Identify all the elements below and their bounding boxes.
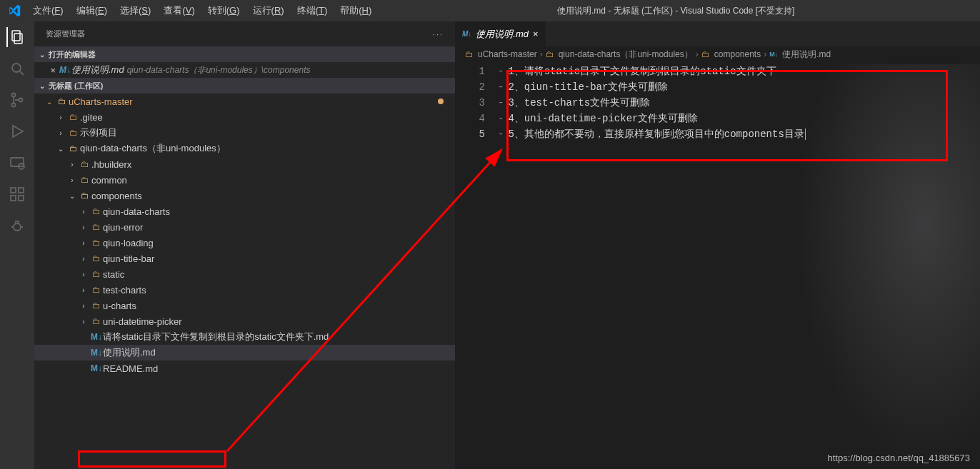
menu-item[interactable]: 选择(S) [114,1,156,20]
code-line[interactable]: -2、qiun-title-bar文件夹可删除 [498,79,980,95]
explorer-sidebar: 资源管理器 ··· ⌄ 打开的编辑器 × M↓ 使用说明.md qiun-dat… [34,21,455,469]
open-editor-item[interactable]: × M↓ 使用说明.md qiun-data-charts（非uni-modul… [34,62,455,78]
line-number: 4 [455,111,485,126]
markdown-icon: M↓ [462,30,471,38]
tree-folder[interactable]: ›🗀qiun-data-charts [34,203,455,219]
svg-rect-0 [12,31,20,41]
chevron-down-icon: ⌄ [67,192,77,200]
svg-point-6 [19,99,23,102]
breadcrumb-item[interactable]: components [714,49,761,59]
code-line[interactable]: -3、test-charts文件夹可删除 [498,95,980,111]
menu-item[interactable]: 文件(F) [27,1,69,20]
watermark: https://blog.csdn.net/qq_41885673 [828,453,971,463]
tree-folder[interactable]: ›🗀u-charts [34,298,455,313]
extensions-icon[interactable] [7,184,27,204]
folder-icon: 🗀 [90,269,103,279]
breadcrumbs[interactable]: 🗀uCharts-master›🗀qiun-data-charts（非uni-m… [455,46,980,62]
folder-icon: 🗀 [90,238,103,248]
markdown-icon: M↓ [90,363,103,373]
folder-icon: 🗀 [90,316,103,326]
breadcrumb-item[interactable]: uCharts-master [478,49,537,59]
svg-rect-13 [19,188,24,193]
folder-icon: 🗀 [67,112,80,122]
tree-file[interactable]: M↓使用说明.md [34,345,455,360]
tree-folder[interactable]: ›🗀.gitee [34,109,455,125]
tree-folder[interactable]: ›🗀common [34,172,455,188]
menu-item[interactable]: 转到(G) [202,1,246,20]
testing-icon[interactable] [7,216,27,236]
code-lines[interactable]: -1、请将static目录下文件复制到根目录的static文件夹下-2、qiun… [498,62,980,469]
code-line[interactable]: -5、其他的都不要动，直接原样复制到您项目中的components目录 [498,126,980,142]
chevron-right-icon: › [79,255,89,263]
svg-rect-1 [14,34,22,44]
vscode-logo-icon [6,2,23,19]
chevron-right-icon: › [79,208,89,216]
menu-bar: 文件(F)编辑(E)选择(S)查看(V)转到(G)运行(R)终端(T)帮助(H) [27,1,377,20]
chevron-right-icon: › [696,49,699,59]
folder-icon: 🗀 [701,49,710,59]
chevron-right-icon: › [56,129,66,137]
svg-point-4 [12,94,16,97]
menu-item[interactable]: 编辑(E) [71,1,113,20]
line-number: 2 [455,79,485,95]
tree-folder[interactable]: ›🗀qiun-title-bar [34,251,455,266]
explorer-icon[interactable] [6,27,26,47]
tree-folder[interactable]: ⌄🗀qiun-data-charts（非uni-modules） [34,141,455,156]
menu-item[interactable]: 帮助(H) [334,1,377,20]
chevron-right-icon: › [67,176,77,184]
tree-file[interactable]: M↓请将static目录下文件复制到根目录的static文件夹下.md [34,329,455,345]
titlebar: 文件(F)编辑(E)选择(S)查看(V)转到(G)运行(R)终端(T)帮助(H)… [0,0,980,21]
source-control-icon[interactable] [7,90,27,110]
folder-icon: 🗀 [90,222,103,232]
menu-item[interactable]: 运行(R) [247,1,290,20]
svg-rect-12 [19,196,24,201]
tree-folder[interactable]: ›🗀示例项目 [34,125,455,141]
search-icon[interactable] [7,59,27,79]
folder-icon: 🗀 [79,175,91,185]
folder-icon: 🗀 [67,128,80,138]
tree-file[interactable]: M↓README.md [34,360,455,376]
open-editors-section[interactable]: ⌄ 打开的编辑器 [34,46,455,62]
run-debug-icon[interactable] [7,121,27,141]
chevron-right-icon: › [79,239,89,247]
tree-folder[interactable]: ›🗀.hbuilderx [34,156,455,172]
markdown-icon: M↓ [769,51,778,58]
code-editor[interactable]: 12345 -1、请将static目录下文件复制到根目录的static文件夹下-… [455,62,980,469]
folder-open-icon: 🗀 [79,191,91,201]
line-number: 3 [455,95,485,111]
editor-area: M↓ 使用说明.md × 🗀uCharts-master›🗀qiun-data-… [455,21,980,469]
editor-tabs: M↓ 使用说明.md × [455,21,980,46]
chevron-down-icon: ⌄ [37,51,47,59]
menu-item[interactable]: 终端(T) [291,1,334,20]
markdown-icon: M↓ [59,65,71,75]
line-number: 1 [455,64,485,79]
close-icon[interactable]: × [47,65,59,76]
workspace-section[interactable]: ⌄ 无标题 (工作区) [34,78,455,94]
remote-icon[interactable] [7,153,27,173]
tree-folder[interactable]: ›🗀test-charts [34,282,455,298]
close-icon[interactable]: × [533,29,539,39]
tree-folder[interactable]: ›🗀qiun-error [34,219,455,235]
breadcrumb-item[interactable]: qiun-data-charts（非uni-modules） [559,49,693,61]
svg-rect-11 [11,196,16,201]
breadcrumb-item[interactable]: 使用说明.md [782,49,831,61]
tab-active[interactable]: M↓ 使用说明.md × [455,21,546,46]
tree-folder[interactable]: ›🗀qiun-loading [34,235,455,251]
folder-open-icon: 🗀 [56,96,69,106]
code-line[interactable]: -4、uni-datetime-picker文件夹可删除 [498,111,980,126]
tree-folder[interactable]: ⌄🗀components [34,188,455,203]
tree-folder[interactable]: ›🗀static [34,266,455,282]
file-tree: ⌄ 🗀 uCharts-master ›🗀.gitee›🗀示例项目⌄🗀qiun-… [34,94,455,376]
tree-folder-root[interactable]: ⌄ 🗀 uCharts-master [34,94,455,109]
more-actions-icon[interactable]: ··· [433,30,444,39]
tree-folder[interactable]: ›🗀uni-datetime-picker [34,313,455,329]
menu-item[interactable]: 查看(V) [158,1,200,20]
code-line[interactable]: -1、请将static目录下文件复制到根目录的static文件夹下 [498,64,980,79]
chevron-down-icon: ⌄ [56,145,66,153]
activity-bar [0,21,34,469]
folder-icon: 🗀 [90,301,103,311]
svg-point-14 [14,223,21,231]
svg-point-2 [12,64,21,72]
folder-icon: 🗀 [90,285,103,295]
svg-line-3 [20,71,24,75]
